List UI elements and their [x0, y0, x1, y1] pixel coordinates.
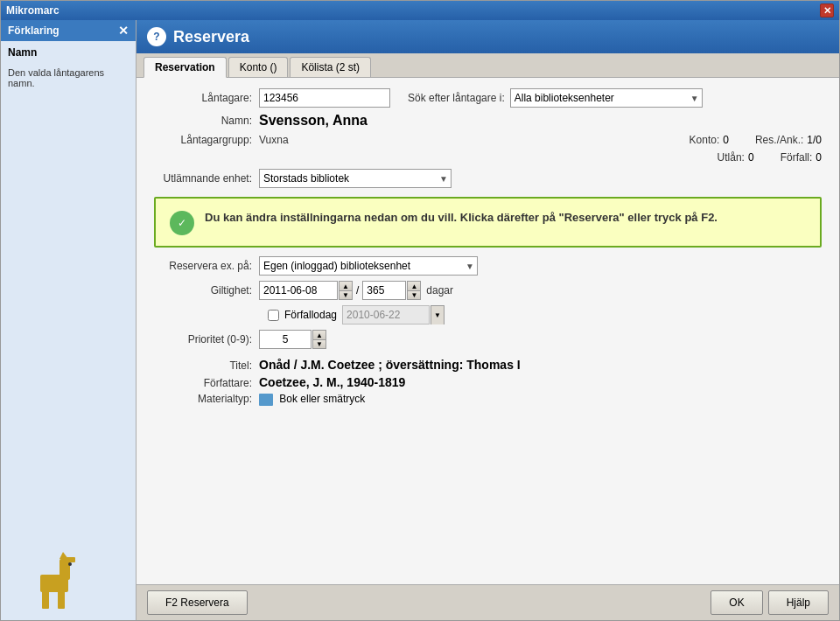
lantagargrupp-value: Vuxna: [259, 134, 289, 146]
giltighet-date-up-button[interactable]: ▲: [339, 281, 353, 290]
tab-reservation[interactable]: Reservation: [144, 57, 227, 78]
prioritet-spinners: ▲ ▼: [312, 330, 326, 349]
lantagare-input[interactable]: [259, 88, 390, 108]
hjälp-button[interactable]: Hjälp: [768, 590, 829, 615]
prioritet-row: Prioritet (0-9): ▲ ▼: [154, 330, 822, 349]
f2-reservera-button[interactable]: F2 Reservera: [147, 590, 248, 615]
utlamnande-label: Utlämnande enhet:: [154, 172, 259, 185]
giltighet-label: Giltighet:: [154, 284, 259, 297]
res-ank-info: Res./Ank.: 1/0: [755, 134, 822, 146]
tab-kolista[interactable]: Kölista (2 st): [290, 57, 371, 77]
svg-rect-4: [66, 557, 75, 562]
forfall-info: Förfall: 0: [780, 151, 822, 164]
title-bar: Mikromarc ✕: [1, 1, 839, 20]
reservera-select[interactable]: Egen (inloggad) biblioteksenhet: [259, 256, 478, 276]
prioritet-up-button[interactable]: ▲: [312, 330, 326, 339]
giltighet-days-input[interactable]: [362, 281, 406, 300]
left-panel: Förklaring ✕ Namn Den valda låntagarens …: [1, 20, 136, 620]
content-area: Förklaring ✕ Namn Den valda låntagarens …: [1, 20, 839, 620]
main-area: ? Reservera Reservation Konto () Kölista…: [136, 20, 839, 620]
dialog-header: ? Reservera: [136, 20, 839, 53]
alert-check-icon: ✓: [170, 211, 194, 235]
giltighet-days-spinners: ▲ ▼: [407, 281, 421, 300]
prioritet-input[interactable]: [259, 330, 312, 349]
forfattare-label: Författare:: [154, 377, 259, 389]
titel-value: Onåd / J.M. Coetzee ; översättning: Thom…: [259, 358, 521, 372]
left-panel-close-button[interactable]: ✕: [118, 24, 129, 38]
prioritet-label: Prioritet (0-9):: [154, 333, 259, 345]
reservera-row: Reservera ex. på: Egen (inloggad) biblio…: [154, 256, 822, 276]
materialtyp-value: Bok eller smätryck: [259, 393, 365, 406]
lantagare-label: Låntagare:: [154, 92, 259, 104]
namn-row: Namn: Svensson, Anna: [154, 113, 822, 129]
res-ank-value: 1/0: [807, 134, 822, 146]
forfall-label: Förfall:: [780, 151, 813, 164]
svg-point-6: [68, 562, 72, 566]
days-label: dagar: [426, 284, 453, 297]
main-window: Mikromarc ✕ Förklaring ✕ Namn Den valda …: [0, 0, 840, 621]
lantagare-row: Låntagare: Sök efter låntagare i: Alla b…: [154, 88, 822, 108]
slash-separator: /: [356, 284, 359, 297]
left-panel-text: Den valda låntagarens namn.: [1, 64, 136, 92]
mikromarc-logo-icon: [33, 550, 103, 611]
search-select-wrapper: Alla biblioteksenheter ▼: [510, 88, 703, 108]
forfallodag-input: [342, 305, 430, 324]
giltighet-date-down-button[interactable]: ▼: [339, 290, 353, 300]
svg-rect-0: [42, 590, 49, 609]
dialog-title: Reservera: [173, 28, 249, 46]
forfallodag-label: Förfallodag: [284, 309, 337, 321]
prioritet-spinner: ▲ ▼: [259, 330, 326, 349]
ok-button[interactable]: OK: [710, 590, 762, 615]
utlan-value: 0: [748, 151, 754, 164]
alert-box: ✓ Du kan ändra inställningarna nedan om …: [154, 197, 822, 248]
konto-value: 0: [723, 134, 729, 146]
close-button[interactable]: ✕: [820, 3, 834, 17]
search-select[interactable]: Alla biblioteksenheter: [510, 88, 703, 108]
forfattare-value: Coetzee, J. M., 1940-1819: [259, 375, 405, 389]
titel-label: Titel:: [154, 359, 259, 372]
info-right: Konto: 0 Res./Ank.: 1/0: [690, 134, 822, 146]
forfallodag-down-button[interactable]: ▼: [430, 305, 444, 324]
utlan-info: Utlån: 0: [718, 151, 754, 164]
giltighet-date-spinners: ▲ ▼: [339, 281, 353, 300]
alert-text: Du kan ändra inställningarna nedan om du…: [205, 209, 718, 227]
forfallodag-spinners: ▼: [430, 305, 444, 324]
konto-info: Konto: 0: [690, 134, 729, 146]
giltighet-date-spinner: ▲ ▼: [259, 281, 353, 300]
app-title: Mikromarc: [6, 4, 60, 17]
left-panel-heading: Förklaring: [8, 24, 60, 37]
namn-label: Namn:: [154, 115, 259, 127]
utlan-label: Utlån:: [718, 151, 745, 164]
giltighet-date-input[interactable]: [259, 281, 338, 300]
lantagargrupp-label: Låntagargrupp:: [154, 134, 259, 146]
prioritet-down-button[interactable]: ▼: [312, 339, 326, 349]
lantagargrupp-row: Låntagargrupp: Vuxna Konto: 0 Res./Ank.:…: [154, 134, 822, 146]
forfallodag-checkbox[interactable]: [268, 310, 279, 321]
left-panel-logo: [1, 541, 136, 620]
forfall-value: 0: [816, 151, 822, 164]
materialtyp-label: Materialtyp:: [154, 393, 259, 405]
left-panel-title: Namn: [1, 41, 136, 64]
book-icon: [259, 394, 273, 406]
tabs-bar: Reservation Konto () Kölista (2 st): [136, 53, 839, 78]
book-section: Titel: Onåd / J.M. Coetzee ; översättnin…: [154, 358, 822, 406]
svg-marker-5: [60, 552, 68, 559]
utlamnande-select[interactable]: Storstads bibliotek: [259, 169, 452, 188]
utlamnande-row: Utlämnande enhet: Storstads bibliotek ▼: [154, 169, 822, 188]
forfattare-row: Författare: Coetzee, J. M., 1940-1819: [154, 375, 822, 389]
giltighet-days-spinner: ▲ ▼: [362, 281, 421, 300]
giltighet-days-up-button[interactable]: ▲: [407, 281, 421, 290]
reservera-label: Reservera ex. på:: [154, 260, 259, 272]
bottom-bar: F2 Reservera OK Hjälp: [136, 584, 839, 620]
res-ank-label: Res./Ank.:: [755, 134, 803, 146]
utlamnande-select-wrapper: Storstads bibliotek ▼: [259, 169, 452, 188]
tab-konto[interactable]: Konto (): [228, 57, 289, 77]
giltighet-days-down-button[interactable]: ▼: [407, 290, 421, 300]
dialog-info-icon: ?: [147, 27, 166, 46]
left-panel-header: Förklaring ✕: [1, 20, 136, 41]
materialtyp-row: Materialtyp: Bok eller smätryck: [154, 393, 822, 406]
titel-row: Titel: Onåd / J.M. Coetzee ; översättnin…: [154, 358, 822, 372]
utlan-row: Utlån: 0 Förfall: 0: [154, 151, 822, 164]
form-area: Låntagare: Sök efter låntagare i: Alla b…: [136, 78, 839, 584]
namn-value: Svensson, Anna: [259, 113, 368, 129]
